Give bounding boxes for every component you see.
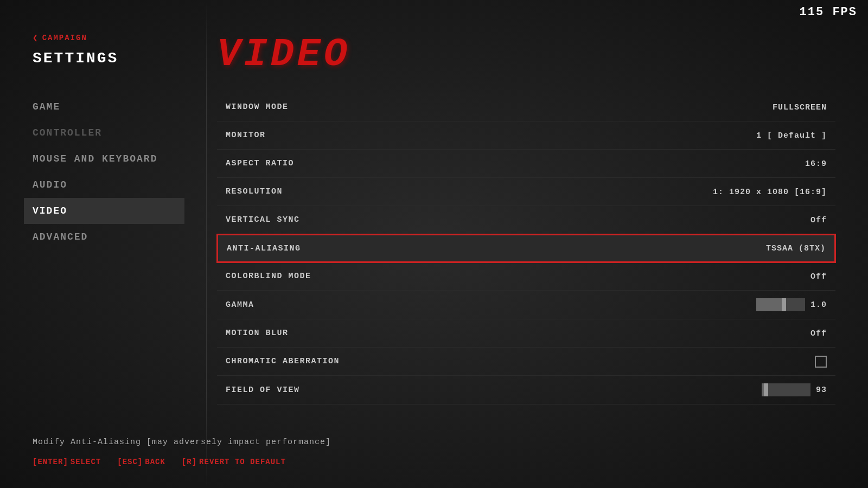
breadcrumb-arrow-icon: ❮ [33,33,38,43]
sidebar: ❮ CAMPAIGN SETTINGS GAMECONTROLLERMOUSE … [0,0,206,488]
setting-label-vertical-sync: VERTICAL SYNC [226,215,300,224]
nav-item-controller: CONTROLLER [33,120,184,146]
main-content: VIDEO WINDOW MODEFULLSCREENMONITOR1 [ De… [206,0,868,488]
setting-value-anti-aliasing: TSSAA (8TX) [766,244,826,253]
setting-value-container-field-of-view: 93 [762,383,827,396]
setting-value-gamma: 1.0 [810,300,827,310]
setting-value-container-vertical-sync: Off [810,215,827,225]
key-label: [R] [182,458,197,466]
setting-value-aspect-ratio: 16:9 [805,159,827,169]
setting-label-monitor: MONITOR [226,131,266,140]
page-title: SETTINGS [33,50,184,67]
key-hint-revert-to-default: [R] REVERT TO DEFAULT [182,458,286,466]
setting-label-motion-blur: MOTION BLUR [226,329,289,338]
setting-row-gamma[interactable]: GAMMA1.0 [217,291,835,319]
setting-row-motion-blur[interactable]: MOTION BLUROff [217,319,835,348]
app-container: 115 FPS ❮ CAMPAIGN SETTINGS GAMECONTROLL… [0,0,868,488]
setting-value-resolution: 1: 1920 x 1080 [16:9] [713,188,827,197]
slider-field-of-view[interactable]: 93 [762,383,827,396]
nav-item-video[interactable]: VIDEO [24,198,184,224]
setting-row-vertical-sync[interactable]: VERTICAL SYNCOff [217,206,835,234]
setting-row-anti-aliasing[interactable]: ANTI-ALIASINGTSSAA (8TX) [217,234,835,262]
setting-value-window-mode: FULLSCREEN [773,103,827,112]
settings-list: WINDOW MODEFULLSCREENMONITOR1 [ Default … [217,93,835,404]
setting-row-resolution[interactable]: RESOLUTION1: 1920 x 1080 [16:9] [217,178,835,206]
nav-item-game[interactable]: GAME [33,94,184,120]
nav-item-audio[interactable]: AUDIO [33,172,184,198]
section-title: VIDEO [217,33,835,77]
setting-value-container-resolution: 1: 1920 x 1080 [16:9] [713,187,827,197]
breadcrumb-text: CAMPAIGN [42,34,87,42]
setting-label-colorblind-mode: COLORBLIND MODE [226,272,311,281]
slider-handle-gamma[interactable] [782,298,786,311]
setting-value-container-window-mode: FULLSCREEN [773,102,827,112]
setting-value-container-monitor: 1 [ Default ] [756,131,827,140]
key-hint-select: [ENTER] SELECT [33,458,101,466]
setting-value-container-motion-blur: Off [810,329,827,338]
key-action: BACK [145,458,165,466]
setting-value-colorblind-mode: Off [810,272,827,281]
setting-row-aspect-ratio[interactable]: ASPECT RATIO16:9 [217,150,835,178]
hint-text: Modify Anti-Aliasing [may adversely impa… [33,438,835,447]
setting-row-monitor[interactable]: MONITOR1 [ Default ] [217,121,835,150]
key-action: REVERT TO DEFAULT [199,458,286,466]
setting-value-container-chromatic-aberration [815,356,827,368]
nav-item-advanced[interactable]: ADVANCED [33,224,184,250]
setting-label-window-mode: WINDOW MODE [226,102,289,112]
slider-gamma[interactable]: 1.0 [756,298,827,311]
setting-value-field-of-view: 93 [816,386,827,395]
key-action: SELECT [71,458,101,466]
setting-label-anti-aliasing: ANTI-ALIASING [227,244,301,253]
setting-value-monitor: 1 [ Default ] [756,131,827,140]
key-hint-back: [ESC] BACK [117,458,165,466]
setting-row-colorblind-mode[interactable]: COLORBLIND MODEOff [217,262,835,291]
setting-label-field-of-view: FIELD OF VIEW [226,386,300,395]
setting-label-gamma: GAMMA [226,300,254,310]
setting-label-resolution: RESOLUTION [226,187,283,196]
checkbox-chromatic-aberration[interactable] [815,356,827,368]
key-label: [ENTER] [33,458,68,466]
setting-value-vertical-sync: Off [810,216,827,225]
key-label: [ESC] [117,458,143,466]
bottom-section: Modify Anti-Aliasing [may adversely impa… [33,438,835,466]
setting-row-chromatic-aberration[interactable]: CHROMATIC ABERRATION [217,348,835,376]
setting-label-aspect-ratio: ASPECT RATIO [226,159,294,168]
setting-value-motion-blur: Off [810,329,827,338]
setting-value-container-colorblind-mode: Off [810,272,827,281]
setting-value-container-aspect-ratio: 16:9 [805,159,827,169]
setting-row-window-mode[interactable]: WINDOW MODEFULLSCREEN [217,93,835,121]
nav-item-mouse-keyboard[interactable]: MOUSE AND KEYBOARD [33,146,184,172]
key-hints: [ENTER] SELECT[ESC] BACK[R] REVERT TO DE… [33,458,835,466]
setting-row-field-of-view[interactable]: FIELD OF VIEW93 [217,376,835,404]
setting-value-container-gamma: 1.0 [756,298,827,311]
breadcrumb: ❮ CAMPAIGN [33,33,184,43]
setting-value-container-anti-aliasing: TSSAA (8TX) [766,243,826,253]
slider-fill-gamma [756,298,782,311]
setting-label-chromatic-aberration: CHROMATIC ABERRATION [226,357,340,366]
slider-track-gamma [756,298,805,311]
slider-handle-field-of-view[interactable] [764,383,768,396]
slider-track-field-of-view [762,383,810,396]
nav-menu: GAMECONTROLLERMOUSE AND KEYBOARDAUDIOVID… [33,94,184,250]
